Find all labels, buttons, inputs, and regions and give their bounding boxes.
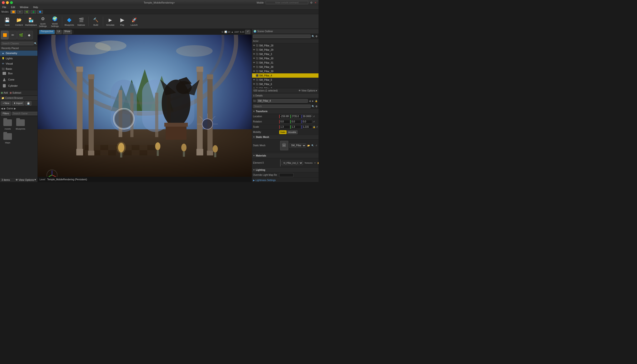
mesh-find[interactable]: 🔍	[311, 144, 314, 147]
path-game[interactable]: Game	[7, 107, 13, 110]
mesh-select-dropdown[interactable]: SM_Pillar	[289, 144, 306, 148]
minimize-button[interactable]	[6, 1, 9, 4]
mat-edit[interactable]: ✏	[314, 162, 316, 164]
so-item-1[interactable]: 👁 ⬛ SM_Pillar_29	[252, 48, 318, 52]
toolbar-quick-settings[interactable]: ⚙ Quick Settings	[38, 15, 48, 28]
so-item-8[interactable]: 👁 ⬛ SM_Pillar_5	[252, 78, 318, 82]
speed-up[interactable]: ▲	[231, 31, 234, 33]
add-button[interactable]: Add	[1, 92, 8, 94]
search-classes-input[interactable]	[1, 42, 34, 45]
mode-foliage[interactable]: 🌲	[30, 10, 36, 14]
category-lights[interactable]: 💡 Lights	[0, 56, 38, 61]
geo-cylinder[interactable]: Cylinder	[0, 83, 38, 89]
toolbar-world-settings[interactable]: 🌍 World Settings	[50, 15, 60, 28]
settings-icon[interactable]: ⚙	[310, 1, 312, 4]
transform-section-header[interactable]: Transform	[252, 109, 318, 114]
scale-reset[interactable]: ↺	[316, 126, 318, 128]
so-item-3[interactable]: 👁 ⬛ SM_Pillar_30	[252, 56, 318, 60]
toolbar-blueprints[interactable]: 🔷 Blueprints	[64, 15, 74, 28]
so-settings-icon[interactable]: ⚙	[316, 35, 318, 38]
lighting-section-header[interactable]: Lighting	[252, 168, 318, 172]
rotation-x[interactable]	[279, 120, 290, 124]
materials-section-header[interactable]: Materials	[252, 154, 318, 158]
rotation-reset[interactable]: ↺	[313, 120, 315, 123]
toolbar-simulate[interactable]: ▶ Simulate	[105, 15, 116, 28]
scale-z[interactable]	[302, 125, 312, 129]
new-button[interactable]: + New	[1, 101, 11, 106]
paint-mode-btn[interactable]: ✏	[9, 31, 17, 39]
mobility-static-btn[interactable]: Static	[279, 130, 286, 134]
viewport-lit-btn[interactable]: Lit	[56, 30, 62, 34]
toolbar-save[interactable]: 💾 Save	[2, 15, 12, 28]
toolbar-matinee[interactable]: 🎬 Matinee	[76, 15, 86, 28]
menu-file[interactable]: File	[2, 6, 7, 8]
maximize-viewport-btn[interactable]: ⤢	[245, 30, 250, 34]
landscape-mode-btn[interactable]: 🌿	[17, 31, 25, 39]
location-y[interactable]	[290, 114, 301, 118]
category-visual[interactable]: 👁 Visual	[0, 61, 38, 66]
view-options-button[interactable]: 👁 View Options ▾	[16, 178, 36, 181]
static-mesh-section-header[interactable]: Static Mesh	[252, 135, 318, 140]
save-all-button[interactable]: 💾	[25, 101, 32, 106]
so-item-9[interactable]: 👁 ⬛ SM_Pillar_6	[252, 82, 318, 86]
filters-button[interactable]: Filters	[1, 112, 11, 116]
rotation-y[interactable]	[290, 120, 301, 124]
scale-y[interactable]	[290, 125, 301, 129]
menu-help[interactable]: Help	[32, 6, 39, 8]
mode-geometry[interactable]: 🔷	[37, 10, 43, 14]
so-item-2[interactable]: 👁 ⬛ SM_Pillar_3	[252, 52, 318, 56]
so-item-7[interactable]: 👁 ⬛ SM_Pillar_4	[252, 73, 318, 78]
location-x[interactable]	[279, 114, 290, 118]
so-item-0[interactable]: 👁 ⬛ SM_Pillar_28	[252, 43, 318, 48]
material-select-dropdown[interactable]: M_Pillar_inst_Colored w	[282, 161, 303, 165]
place-mode-btn[interactable]: 🟧	[1, 31, 8, 39]
so-item-10[interactable]: 👁 ⬛ SM_Pillar_7	[252, 86, 318, 88]
mesh-browse[interactable]: 📂	[307, 144, 310, 147]
toolbar-play[interactable]: ▶ Play	[117, 15, 128, 28]
so-item-6[interactable]: 👁 ⬛ SM_Pillar_39	[252, 69, 318, 73]
menu-window[interactable]: Window	[19, 6, 29, 8]
so-item-5[interactable]: 👁 ⬛ SM_Pillar_38	[252, 65, 318, 69]
mat-browse[interactable]: 📂	[317, 162, 318, 164]
details-name-input[interactable]	[257, 99, 308, 103]
lightmap-res-input[interactable]	[279, 173, 294, 177]
scale-x[interactable]	[279, 125, 290, 129]
maximize-button[interactable]	[10, 1, 13, 4]
details-search-input[interactable]	[253, 104, 311, 108]
mesh-reset[interactable]: ↺	[315, 144, 318, 147]
toolbar-marketplace[interactable]: 🏪 Marketplace	[26, 15, 36, 28]
mode-paint[interactable]: ✏	[17, 10, 23, 14]
rotation-z[interactable]	[302, 120, 312, 124]
toolbar-build[interactable]: 🔨 Build	[90, 15, 101, 28]
dp-settings-icon[interactable]: ⚙	[316, 105, 318, 108]
folder-maps[interactable]: Maps	[2, 132, 13, 144]
geo-cone[interactable]: Cone	[0, 76, 38, 83]
details-prev-btn[interactable]: ◀	[309, 100, 311, 102]
details-lock-icon[interactable]: 🔒	[315, 100, 318, 102]
close-icon[interactable]: ✕	[314, 1, 316, 4]
mode-place[interactable]: 🟧	[10, 10, 16, 14]
so-view-options-button[interactable]: 👁 View Options ▾	[298, 89, 317, 92]
folder-assets[interactable]: Assets	[2, 119, 13, 130]
toolbar-content[interactable]: 📂 Content	[14, 15, 24, 28]
scale-lock[interactable]: 🔒	[313, 126, 316, 128]
so-item-4[interactable]: 👁 ⬛ SM_Pillar_31	[252, 60, 318, 65]
viewport-perspective-btn[interactable]: Perspective	[39, 30, 55, 34]
category-basic[interactable]: ⬛ Basic	[0, 66, 38, 70]
geometry-mode-btn[interactable]: ◆	[25, 31, 33, 39]
content-search-input[interactable]	[12, 112, 38, 115]
folder-blueprints[interactable]: Blueprints	[15, 119, 26, 130]
forward-btn[interactable]: ▶	[4, 107, 6, 110]
mobility-movable-btn[interactable]: Movable	[287, 130, 298, 134]
close-button[interactable]	[2, 1, 5, 4]
scene-outliner-search-input[interactable]	[253, 34, 311, 38]
location-z[interactable]	[302, 114, 312, 118]
subtract-button[interactable]: Subtract	[10, 92, 21, 94]
mode-landscape[interactable]: 🌿	[24, 10, 30, 14]
toolbar-launch[interactable]: 🚀 Launch	[129, 15, 139, 28]
geo-box[interactable]: Box	[0, 70, 38, 76]
details-next-btn[interactable]: ▶	[312, 100, 314, 102]
category-geometry[interactable]: ◆ Geometry	[0, 50, 38, 56]
back-btn[interactable]: ◀	[1, 107, 3, 110]
import-button[interactable]: ⬇ Import	[12, 101, 24, 106]
